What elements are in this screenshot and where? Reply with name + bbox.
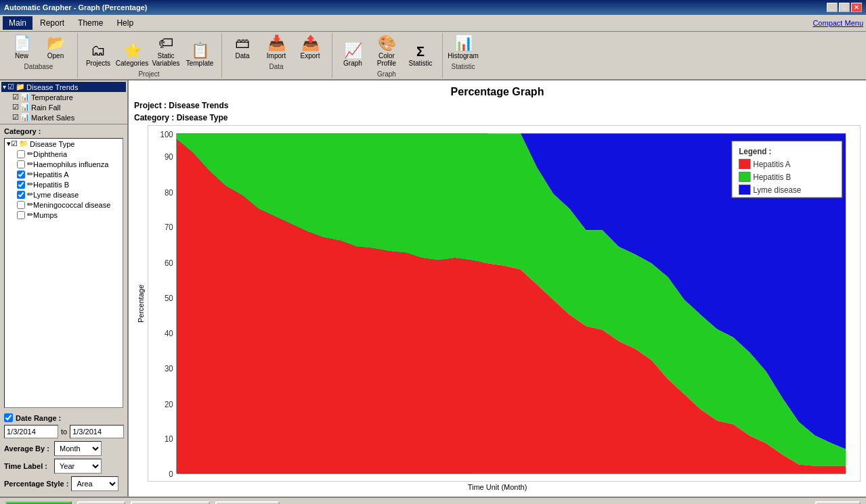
tree-item-marketSales[interactable]: ☑ 📊 Market Sales <box>1 112 126 122</box>
tree-item-rainFall[interactable]: ☑ 📊 Rain Fall <box>1 102 126 112</box>
svg-rect-70 <box>739 172 750 182</box>
toolbar-group-database: 📄 New 📂 Open Database <box>5 33 78 78</box>
export-toolbar-button[interactable]: 📤 Export <box>294 33 326 62</box>
date-range-row: Date Range : <box>4 413 123 422</box>
cat-item-hepatitis-b[interactable]: ✏ Hepatitis B <box>5 179 123 189</box>
graph-project: Project : Disease Trends <box>134 101 861 110</box>
static-variables-icon: 🏷 <box>158 36 173 51</box>
window-controls[interactable]: _ □ ✕ <box>827 3 862 12</box>
tree-item-disease-trends[interactable]: ▾ ☑ 📁 Disease Trends <box>1 82 126 92</box>
svg-text:80: 80 <box>165 187 173 197</box>
svg-text:Lyme disease: Lyme disease <box>753 185 801 195</box>
date-range-checkbox[interactable] <box>4 413 13 422</box>
tree-check-temp: ☑ <box>12 93 19 101</box>
tree-check-rain: ☑ <box>12 103 19 112</box>
export-button[interactable]: Export <box>77 501 125 504</box>
graph-icon: 📈 <box>344 43 362 58</box>
percentage-style-select[interactable]: Area Line Bar <box>71 476 118 491</box>
svg-text:50: 50 <box>165 294 173 303</box>
minimize-button[interactable]: _ <box>827 3 838 12</box>
toolbar-statistic-buttons: 📊 Histogram <box>447 33 479 62</box>
compact-menu-link[interactable]: Compact Menu <box>813 19 863 27</box>
controls-section: Date Range : to Average By : Month Year … <box>0 411 127 497</box>
close-button[interactable]: Close <box>815 501 861 504</box>
data-button[interactable]: 🗃 Data <box>226 33 259 62</box>
category-tree[interactable]: ▾ ☑ 📁 Disease Type ✏ Diphtheria ✏ Haemop… <box>4 138 123 408</box>
graph-title: Percentage Graph <box>134 86 861 98</box>
menu-main[interactable]: Main <box>3 16 33 30</box>
svg-text:Legend :: Legend : <box>739 147 771 156</box>
graph-svg: 0 10 20 30 40 50 60 70 80 90 100 <box>148 126 860 481</box>
histogram-button[interactable]: 📊 Histogram <box>447 33 479 62</box>
save-color-button[interactable]: Save Color <box>215 501 280 504</box>
menu-help[interactable]: Help <box>110 16 139 30</box>
template-button[interactable]: 📋 Template <box>183 33 216 69</box>
time-label-select[interactable]: Year Month <box>54 459 102 474</box>
svg-text:10: 10 <box>165 434 173 444</box>
view-graph-button[interactable]: View Graph <box>5 501 72 504</box>
cat-item-meningococcal[interactable]: ✏ Meningococcal disease <box>5 200 123 210</box>
cat-item-disease-type[interactable]: ▾ ☑ 📁 Disease Type <box>5 139 123 149</box>
toolbar-group-graph: 📈 Graph 🎨 Color Profile Σ Statistic Grap… <box>337 33 443 78</box>
svg-rect-68 <box>739 159 750 169</box>
cat-item-hepatitis-a[interactable]: ✏ Hepatitis A <box>5 169 123 179</box>
svg-text:40: 40 <box>165 328 173 338</box>
menu-theme[interactable]: Theme <box>72 16 109 30</box>
average-by-select[interactable]: Month Year Quarter <box>54 441 102 456</box>
window-title: Automatic Grapher - Graph (Percentage) <box>4 3 148 12</box>
date-to-input[interactable] <box>70 425 124 438</box>
average-by-row: Average By : Month Year Quarter <box>4 441 123 456</box>
toolbar-group-project: 🗂 Projects ⭐ Categories 🏷 Static Variabl… <box>82 33 222 78</box>
open-button[interactable]: 📂 Open <box>39 33 72 62</box>
tree-market-label: Market Sales <box>31 114 74 122</box>
date-range-label: Date Range : <box>16 414 61 422</box>
graph-button[interactable]: 📈 Graph <box>337 33 369 69</box>
cat-check-diphtheria[interactable] <box>17 150 25 158</box>
toolbar-database-buttons: 📄 New 📂 Open <box>5 33 72 62</box>
tree-check-market: ☑ <box>12 113 19 122</box>
cat-item-lyme[interactable]: ✏ Lyme disease <box>5 189 123 200</box>
main-layout: ▾ ☑ 📁 Disease Trends ☑ 📊 Temperature ☑ 📊… <box>0 81 866 497</box>
cat-check-meningococcal[interactable] <box>17 201 25 209</box>
cat-item-mumps[interactable]: ✏ Mumps <box>5 210 123 220</box>
cat-label-diphtheria: Diphtheria <box>33 150 67 158</box>
x-axis-label: Time Unit (Month) <box>134 483 861 491</box>
color-profile-button[interactable]: 🎨 Color Profile <box>370 33 403 69</box>
expand-icon: ▾ <box>3 83 6 91</box>
maximize-button[interactable]: □ <box>839 3 850 12</box>
tree-item-temperature[interactable]: ☑ 📊 Temperature <box>1 92 126 102</box>
cat-pencil-hepatitis-b: ✏ <box>27 180 33 189</box>
category-section: Category : ▾ ☑ 📁 Disease Type ✏ Diphther… <box>0 124 127 411</box>
menu-report[interactable]: Report <box>34 16 70 30</box>
date-from-input[interactable] <box>4 425 58 438</box>
cat-check-mumps[interactable] <box>17 211 25 219</box>
import-button[interactable]: 📥 Import <box>260 33 293 62</box>
cat-folder-check: ☑ <box>11 139 18 148</box>
static-variables-button[interactable]: 🏷 Static Variables <box>150 33 182 69</box>
cat-check-lyme[interactable] <box>17 191 25 199</box>
percentage-style-label: Percentage Style : <box>4 480 68 488</box>
close-window-button[interactable]: ✕ <box>851 3 862 12</box>
graph-area: Percentage Graph Project : Disease Trend… <box>129 81 866 497</box>
tree-rain-label: Rain Fall <box>31 104 60 112</box>
cat-item-haemophilus[interactable]: ✏ Haemophilus influenza <box>5 159 123 169</box>
export-icon: 📤 <box>301 36 320 51</box>
tree-checkbox-icon: ☑ <box>7 83 14 91</box>
cat-check-hepatitis-b[interactable] <box>17 181 25 189</box>
cat-item-diphtheria[interactable]: ✏ Diphtheria <box>5 149 123 159</box>
statistic-button[interactable]: Σ Statistic <box>404 33 437 69</box>
toolbar-group-statistic: 📊 Histogram Statistic <box>447 33 485 78</box>
category-value: Disease Type <box>177 113 228 122</box>
save-as-image-button[interactable]: Save As Image <box>131 501 210 504</box>
statistic-icon: Σ <box>416 45 425 58</box>
categories-button[interactable]: ⭐ Categories <box>116 33 148 69</box>
toolbar-group-data: 🗃 Data 📥 Import 📤 Export Data <box>226 33 332 78</box>
projects-button[interactable]: 🗂 Projects <box>82 33 114 69</box>
cat-check-haemophilus[interactable] <box>17 160 25 168</box>
cat-check-hepatitis-a[interactable] <box>17 170 25 179</box>
svg-text:30: 30 <box>165 364 173 373</box>
new-button[interactable]: 📄 New <box>5 33 38 62</box>
cat-label-hepatitis-a: Hepatitis A <box>33 170 69 179</box>
cat-label-mumps: Mumps <box>33 211 58 219</box>
cat-pencil-haemophilus: ✏ <box>27 160 33 168</box>
